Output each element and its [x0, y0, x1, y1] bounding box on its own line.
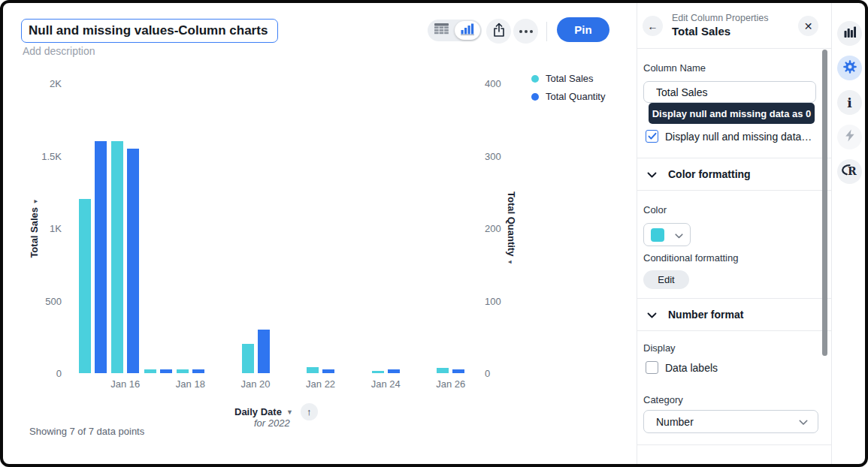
sidebar-chart-button[interactable]: [837, 21, 862, 46]
view-toggle: [428, 20, 482, 41]
section-title: Number format: [668, 309, 743, 321]
conditional-formatting-edit-button[interactable]: Edit: [643, 270, 689, 289]
bar-total-quantity[interactable]: [452, 369, 464, 373]
bar-total-sales[interactable]: [111, 141, 123, 373]
bar-total-sales[interactable]: [372, 371, 384, 373]
color-formatting-section-header[interactable]: Color formatting: [647, 167, 751, 181]
chevron-down-icon: [647, 167, 657, 181]
sidebar-divider: [831, 3, 832, 467]
axis-tick-label: 200: [485, 223, 501, 234]
legend-item-total-quantity[interactable]: Total Quantity: [531, 91, 606, 102]
sidebar-r-button[interactable]: R: [837, 159, 862, 184]
divider: [637, 298, 831, 299]
color-swatch: [651, 228, 664, 242]
x-axis-ticks: Jan 16Jan 18Jan 20Jan 22Jan 24Jan 26: [71, 378, 480, 390]
legend-label: Total Sales: [546, 73, 594, 84]
pin-button[interactable]: Pin: [557, 17, 609, 42]
divider: [637, 190, 831, 191]
back-button[interactable]: ←: [643, 16, 663, 36]
panel-title: Total Sales: [672, 25, 730, 38]
close-button[interactable]: ✕: [798, 16, 818, 36]
bar-total-quantity[interactable]: [127, 149, 139, 373]
axis-tick-label: 0: [56, 368, 62, 379]
column-name-label: Column Name: [643, 62, 706, 74]
bar-total-sales[interactable]: [144, 369, 156, 373]
lightning-icon: [845, 129, 855, 145]
category-label: Category: [643, 394, 683, 405]
number-format-section-header[interactable]: Number format: [647, 308, 743, 321]
display-null-checkbox[interactable]: [646, 130, 658, 143]
bar-total-quantity[interactable]: [192, 369, 204, 373]
conditional-formatting-label: Conditional formatting: [643, 252, 738, 264]
r-logo-icon: R: [842, 164, 857, 179]
chart-view-button[interactable]: [455, 21, 480, 40]
axis-tick-label: Jan 24: [371, 378, 401, 390]
axis-tick-label: Jan 20: [240, 378, 270, 390]
legend-item-total-sales[interactable]: Total Sales: [531, 73, 606, 84]
section-title: Color formatting: [668, 168, 751, 180]
x-axis-field[interactable]: Daily Date: [234, 406, 282, 417]
sidebar-lightning-button[interactable]: [837, 125, 862, 149]
more-button[interactable]: [513, 19, 538, 44]
table-view-button[interactable]: [428, 20, 455, 41]
arrow-left-icon: ←: [648, 20, 658, 32]
display-null-checkbox-label[interactable]: Display null and missing data…: [665, 131, 812, 143]
legend-dot: [531, 75, 539, 83]
panel-scrollbar[interactable]: [822, 50, 827, 356]
chevron-down-icon: [647, 308, 657, 321]
axis-tick-label: Jan 16: [110, 378, 140, 390]
axis-sort-arrow-icon: ▼: [32, 198, 39, 204]
axis-tick-label: 1K: [50, 223, 62, 234]
category-select[interactable]: Number: [643, 410, 818, 433]
sidebar-settings-button[interactable]: [837, 56, 862, 80]
bar-total-sales[interactable]: [242, 344, 254, 373]
chart-title-input[interactable]: Null and missing values-Column charts: [21, 19, 278, 43]
bar-total-quantity[interactable]: [160, 369, 172, 373]
chart-title: Null and missing values-Column charts: [29, 23, 268, 38]
axis-tick-label: 1.5K: [41, 150, 62, 161]
bar-total-sales[interactable]: [307, 367, 319, 373]
color-select[interactable]: [643, 223, 691, 246]
bar-total-quantity[interactable]: [258, 330, 270, 373]
axis-tick-label: 400: [485, 78, 501, 89]
panel-breadcrumb: Edit Column Properties: [672, 13, 769, 23]
add-description[interactable]: Add description: [23, 45, 95, 57]
sort-ascending-button[interactable]: ↑: [301, 403, 318, 420]
column-name-input[interactable]: [643, 81, 816, 103]
close-icon: ✕: [804, 20, 813, 32]
bar-total-quantity[interactable]: [95, 141, 107, 373]
axis-tick-label: Jan 22: [306, 378, 335, 390]
axis-tick-label: 100: [485, 295, 501, 306]
axis-sort-arrow-icon: ▼: [507, 259, 513, 265]
svg-text:R: R: [848, 165, 857, 176]
left-axis-title[interactable]: Total Sales ▼: [29, 198, 40, 258]
bar-chart-icon: [844, 26, 856, 41]
legend-label: Total Quantity: [546, 91, 606, 102]
ellipsis-icon: [519, 30, 533, 33]
share-button[interactable]: [486, 19, 511, 44]
data-labels-checkbox[interactable]: [646, 361, 658, 374]
gear-icon: [842, 59, 857, 77]
right-axis-title[interactable]: Total Quantity ▼: [506, 191, 517, 265]
axis-tick-label: 0: [485, 368, 490, 379]
chevron-down-icon[interactable]: ▼: [286, 408, 293, 416]
info-icon: i: [847, 95, 851, 110]
chevron-down-icon: [675, 228, 683, 242]
legend-dot: [531, 93, 539, 101]
panel-divider: [637, 3, 637, 467]
category-select-value: Number: [656, 416, 694, 428]
bar-total-quantity[interactable]: [322, 369, 334, 373]
bar-total-sales[interactable]: [437, 368, 449, 373]
data-labels-checkbox-label[interactable]: Data labels: [665, 362, 718, 374]
checkmark-icon: [648, 130, 657, 143]
sidebar-info-button[interactable]: i: [837, 90, 862, 115]
column-chart-icon: [461, 23, 474, 38]
bar-total-sales[interactable]: [177, 369, 189, 373]
bar-total-quantity[interactable]: [388, 369, 400, 373]
plot-area: [71, 83, 480, 373]
divider: [637, 330, 831, 331]
table-icon: [434, 23, 449, 38]
axis-tick-label: Jan 18: [176, 378, 205, 390]
axis-tick-label: 500: [45, 295, 62, 306]
bar-total-sales[interactable]: [79, 199, 91, 373]
